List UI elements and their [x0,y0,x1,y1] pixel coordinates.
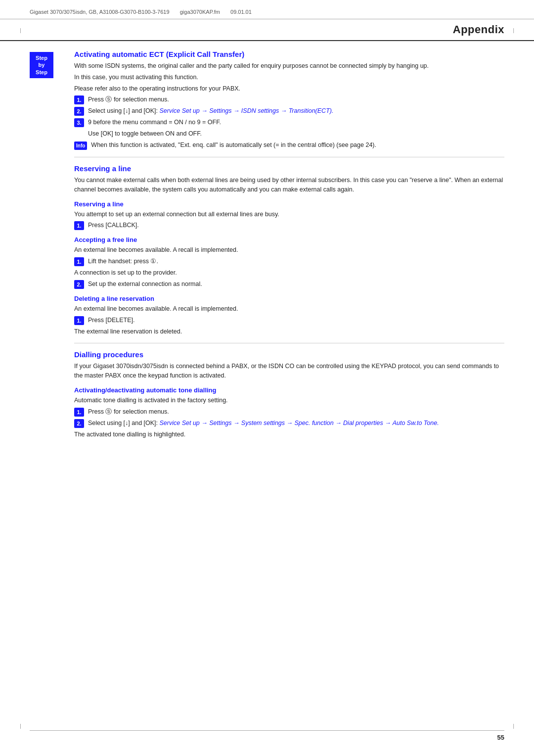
ect-step3b-block: Use [OK] to toggle between ON and OFF. [74,129,504,139]
header-left: Gigaset 3070/3075isdn, GB, A31008-G3070-… [30,9,252,15]
page-number: 55 [497,734,504,741]
deleting-step1-text: Press [DELETE]. [88,316,504,325]
ect-step3-num: 3. [74,118,84,127]
reserving-step1-text: Press [CALLBCK]. [88,221,504,230]
reserving-step1-num: 1. [74,221,84,230]
deleting-heading: Deleting a line reservation [74,295,504,302]
accepting-para1: An external line becomes available. A re… [74,245,504,255]
ect-step2-row: 2. Select using [↓] and [OK]: Service Se… [74,106,504,116]
ect-step3b: Use [OK] to toggle between ON and OFF. [88,129,504,139]
dialling-para2: The activated tone dialling is highlight… [74,430,504,439]
ect-para2: In this case, you must activating this f… [74,73,504,82]
step-badge: Step by Step [30,52,53,78]
corner-bl: | [20,723,21,729]
ect-para1: With some ISDN systems, the original cal… [74,61,504,71]
ect-step1-row: 1. Press ⓢ for selection menus. [74,95,504,104]
dialling-step2-text: Select using [↓] and [OK]: Service Set u… [88,419,504,428]
accepting-step1-text: Lift the handset: press ①. [88,257,504,266]
dialling-step2-link: Service Set up → Settings → System setti… [160,420,439,426]
appendix-title: Appendix [453,23,504,36]
reserving-heading: Reserving a line [74,164,504,173]
page-header: Gigaset 3070/3075isdn, GB, A31008-G3070-… [0,0,534,19]
reserving-step1-row: 1. Press [CALLBCK]. [74,221,504,230]
ect-step3-text: 9 before the menu command = ON / no 9 = … [88,118,504,127]
header-date: 09.01.01 [230,9,252,15]
ect-info-row: Info When this function is activated, "E… [74,141,504,150]
deleting-step1-row: 1. Press [DELETE]. [74,316,504,325]
deleting-para2: The external line reservation is deleted… [74,327,504,336]
header-filename: giga3070KAP.fm [180,9,220,15]
ect-step2-link: Service Set up → Settings → ISDN setting… [160,107,334,114]
accepting-heading: Accepting a free line [74,236,504,243]
dialling-sub-heading1: Activating/deactivating automatic tone d… [74,386,504,394]
main-content: Step by Step Activating automatic ECT (E… [0,50,534,461]
dialling-step1-num: 1. [74,408,84,417]
dialling-sub-para1: Automatic tone dialling is activated in … [74,396,504,405]
left-sidebar: Step by Step [30,50,69,441]
reserving-sub-para1: You attempt to set up an external connec… [74,210,504,219]
header-doc-info: Gigaset 3070/3075isdn, GB, A31008-G3070-… [30,9,170,15]
dialling-heading: Dialling procedures [74,350,504,359]
corner-br: | [513,723,514,729]
reserving-sub-heading1: Reserving a line [74,200,504,208]
ect-heading: Activating automatic ECT (Explicit Call … [74,50,504,58]
accepting-step2-text: Set up the external connection as normal… [88,280,504,289]
accepting-step2-row: 2. Set up the external connection as nor… [74,280,504,289]
accepting-step1-num: 1. [74,257,84,266]
deleting-para1: An external line becomes available. A re… [74,304,504,314]
accepting-step1-row: 1. Lift the handset: press ①. [74,257,504,266]
dialling-step1-row: 1. Press ⓢ for selection menus. [74,407,504,417]
ect-step1-num: 1. [74,95,84,104]
ect-step2-text: Select using [↓] and [OK]: Service Set u… [88,106,504,116]
appendix-bar: Appendix [0,19,534,41]
accepting-step2-num: 2. [74,280,84,289]
page: | | Gigaset 3070/3075isdn, GB, A31008-G3… [0,0,534,756]
ect-info-text: When this function is activated, "Ext. e… [91,141,504,150]
page-footer: 55 [30,730,504,741]
dialling-step2-num: 2. [74,419,84,428]
ect-para3: Please refer also to the operating instr… [74,84,504,94]
dialling-step2-row: 2. Select using [↓] and [OK]: Service Se… [74,419,504,428]
divider2 [74,343,504,343]
ect-step2-num: 2. [74,107,84,116]
reserving-para1: You cannot make external calls when both… [74,176,504,194]
divider1 [74,157,504,157]
content-area: Activating automatic ECT (Explicit Call … [69,50,504,441]
info-badge: Info [74,142,87,150]
dialling-para1: If your Gigaset 3070isdn/3075isdn is con… [74,362,504,380]
ect-step1-text: Press ⓢ for selection menus. [88,95,504,104]
ect-step3-row: 3. 9 before the menu command = ON / no 9… [74,118,504,127]
accepting-para2: A connection is set up to the provider. [74,268,504,278]
dialling-step1-text: Press ⓢ for selection menus. [88,407,504,417]
corner-tr: | [513,27,514,33]
deleting-step1-num: 1. [74,316,84,325]
corner-tl: | [20,27,21,33]
